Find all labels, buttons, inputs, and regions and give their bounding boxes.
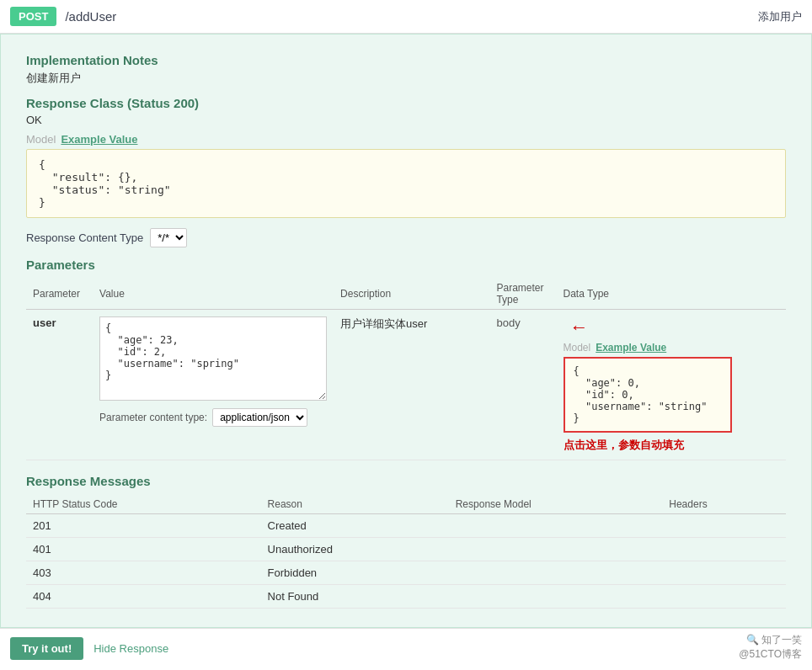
parameters-title: Parameters: [26, 258, 786, 272]
content-area: Implementation Notes 创建新用户 Response Clas…: [0, 34, 812, 628]
add-user-link[interactable]: 添加用户: [758, 9, 802, 24]
rm-col-headers: Headers: [662, 495, 786, 514]
col-description: Description: [334, 279, 489, 310]
rm-cell-headers: [662, 538, 786, 561]
rm-cell-code: 404: [26, 585, 261, 609]
col-parameter: Parameter: [26, 279, 93, 310]
example-value-tabs: Model Example Value: [564, 342, 780, 354]
response-class-status: OK: [26, 114, 786, 126]
rm-col-response-model: Response Model: [449, 495, 663, 514]
ev-model-label: Model: [564, 342, 591, 354]
rm-col-http-status: HTTP Status Code: [26, 495, 261, 514]
page-wrapper: POST /addUser 添加用户 Implementation Notes …: [0, 0, 812, 670]
implementation-notes-title: Implementation Notes: [26, 53, 786, 67]
rm-cell-headers: [662, 585, 786, 609]
rm-table-row: 404Not Found: [26, 585, 786, 609]
rm-cell-headers: [662, 514, 786, 538]
param-description: 用户详细实体user: [340, 317, 427, 330]
params-table: Parameter Value Description Parameter Ty…: [26, 279, 786, 460]
implementation-notes: Implementation Notes 创建新用户: [26, 53, 786, 86]
rm-table-row: 201Created: [26, 514, 786, 538]
param-content-type-label: Parameter content type:: [99, 412, 207, 423]
bottom-bar: Try it out! Hide Response 🔍 知了一笑 @51CTO博…: [0, 628, 812, 668]
param-type-cell: body: [489, 310, 556, 460]
watermark-name: 知了一笑: [761, 634, 802, 646]
rm-cell-reason: Not Found: [261, 585, 449, 609]
response-code-block: { "result": {}, "status": "string" }: [26, 149, 786, 218]
try-it-out-button[interactable]: Try it out!: [10, 637, 83, 660]
rm-cell-model: [449, 514, 663, 538]
rm-cell-headers: [662, 561, 786, 585]
red-arrow-icon: ←: [570, 316, 589, 338]
annotation-text: 点击这里，参数自动填充: [564, 438, 780, 453]
watermark: 🔍 知了一笑 @51CTO博客: [739, 633, 802, 662]
watermark-icon: 🔍: [746, 634, 759, 646]
rm-cell-reason: Forbidden: [261, 561, 449, 585]
header-bar: POST /addUser 添加用户: [0, 0, 812, 34]
watermark-logo: 🔍 知了一笑: [746, 633, 802, 647]
param-value-cell: Parameter content type: application/json: [93, 310, 334, 460]
endpoint-path: /addUser: [65, 9, 758, 24]
response-class-title: Response Class (Status 200): [26, 96, 786, 110]
implementation-notes-description: 创建新用户: [26, 71, 786, 86]
response-messages-title: Response Messages: [26, 474, 786, 488]
col-parameter-type: Parameter Type: [489, 279, 556, 310]
param-description-cell: 用户详细实体user: [334, 310, 489, 460]
method-badge: POST: [10, 7, 56, 26]
param-content-type-select[interactable]: application/json: [212, 408, 307, 427]
response-messages-table: HTTP Status Code Reason Response Model H…: [26, 495, 786, 609]
rm-cell-reason: Created: [261, 514, 449, 538]
example-value-tab[interactable]: Example Value: [61, 133, 137, 146]
rm-col-reason: Reason: [261, 495, 449, 514]
response-class: Response Class (Status 200) OK Model Exa…: [26, 96, 786, 218]
rm-cell-model: [449, 538, 663, 561]
param-row-user: user Parameter content type: application…: [26, 310, 786, 460]
response-content-type-label: Response Content Type: [26, 231, 143, 244]
param-datatype-cell: ← Model Example Value { "age": 0, "id": …: [557, 310, 787, 460]
response-content-type-select[interactable]: */*: [150, 228, 187, 247]
rm-table-row: 401Unauthorized: [26, 538, 786, 561]
col-data-type: Data Type: [557, 279, 787, 310]
rm-cell-model: [449, 561, 663, 585]
watermark-blog: @51CTO博客: [739, 647, 802, 662]
param-content-type-row: Parameter content type: application/json: [99, 408, 327, 427]
model-tabs: Model Example Value: [26, 133, 786, 146]
response-content-type-row: Response Content Type */*: [26, 228, 786, 247]
rm-table-row: 403Forbidden: [26, 561, 786, 585]
parameters-section: Parameters Parameter Value Description P…: [26, 258, 786, 460]
rm-cell-code: 403: [26, 561, 261, 585]
param-value-textarea[interactable]: [99, 316, 327, 401]
ev-example-value-tab[interactable]: Example Value: [596, 342, 666, 354]
rm-cell-model: [449, 585, 663, 609]
param-name: user: [26, 310, 93, 460]
model-label: Model: [26, 133, 56, 146]
col-value: Value: [93, 279, 334, 310]
rm-cell-code: 401: [26, 538, 261, 561]
response-messages-section: Response Messages HTTP Status Code Reaso…: [26, 474, 786, 609]
rm-cell-code: 201: [26, 514, 261, 538]
rm-cell-reason: Unauthorized: [261, 538, 449, 561]
example-value-box[interactable]: { "age": 0, "id": 0, "username": "string…: [564, 357, 732, 433]
hide-response-link[interactable]: Hide Response: [93, 642, 168, 655]
